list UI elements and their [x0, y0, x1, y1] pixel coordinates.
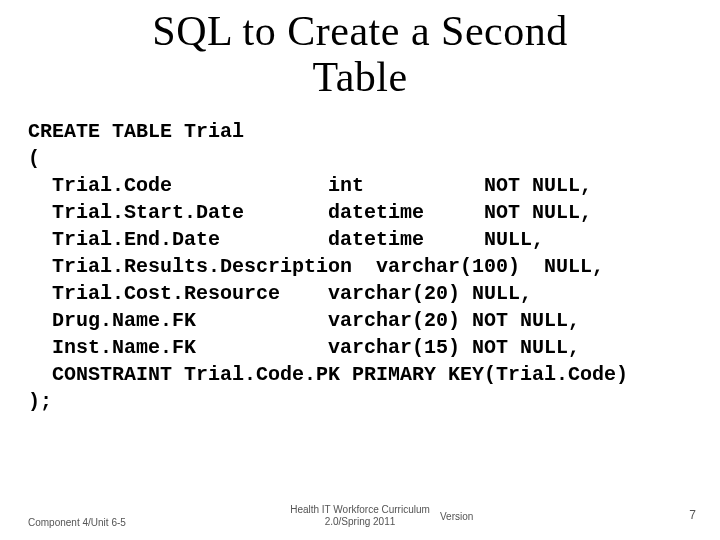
footer-version: Version: [440, 511, 473, 522]
code-line: Trial.Results.Description varchar(100) N…: [28, 255, 604, 278]
code-line: Drug.Name.FK varchar(20) NOT NULL,: [28, 309, 580, 332]
slide-title: SQL to Create a Second Table: [0, 0, 720, 100]
code-line: Trial.End.Date datetime NULL,: [28, 228, 544, 251]
code-line: Inst.Name.FK varchar(15) NOT NULL,: [28, 336, 580, 359]
code-line: );: [28, 390, 52, 413]
code-line: (: [28, 147, 40, 170]
footer-center-line2: 2.0/Spring 2011: [325, 516, 396, 527]
footer-page-number: 7: [689, 508, 696, 522]
sql-code-block: CREATE TABLE Trial ( Trial.Code int NOT …: [0, 100, 720, 415]
title-line-1: SQL to Create a Second: [152, 8, 567, 54]
code-line: Trial.Cost.Resource varchar(20) NULL,: [28, 282, 532, 305]
code-line: CONSTRAINT Trial.Code.PK PRIMARY KEY(Tri…: [28, 363, 628, 386]
code-line: Trial.Start.Date datetime NOT NULL,: [28, 201, 592, 224]
footer-center-line1: Health IT Workforce Curriculum: [290, 504, 430, 515]
footer-center: Health IT Workforce Curriculum 2.0/Sprin…: [0, 504, 720, 528]
slide: SQL to Create a Second Table CREATE TABL…: [0, 0, 720, 540]
code-line: Trial.Code int NOT NULL,: [28, 174, 592, 197]
code-line: CREATE TABLE Trial: [28, 120, 244, 143]
title-line-2: Table: [312, 54, 407, 100]
